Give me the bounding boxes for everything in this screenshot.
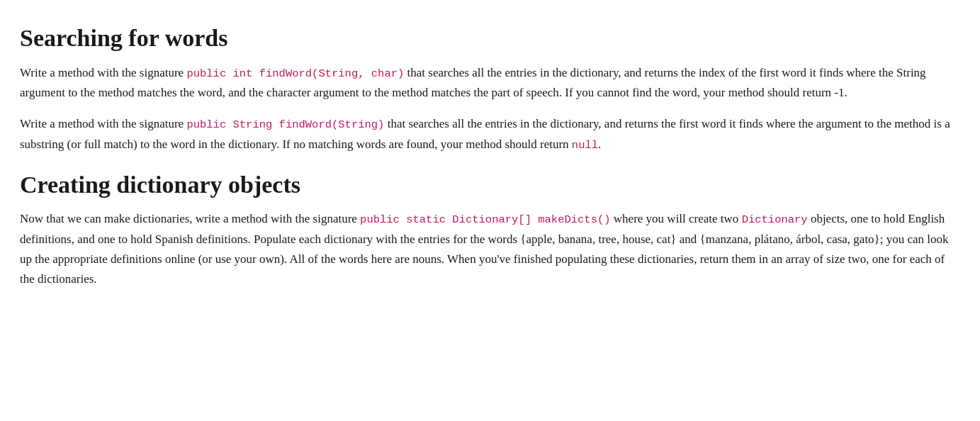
section-searching-heading: Searching for words bbox=[20, 24, 960, 53]
section-creating-heading: Creating dictionary objects bbox=[20, 171, 960, 200]
section-searching-paragraph2: Write a method with the signature public… bbox=[20, 114, 960, 155]
section-searching-paragraph1: Write a method with the signature public… bbox=[20, 63, 960, 103]
para3-code2: Dictionary bbox=[742, 213, 808, 226]
section-creating: Creating dictionary objects Now that we … bbox=[20, 171, 960, 290]
section-searching: Searching for words Write a method with … bbox=[20, 24, 960, 155]
section-creating-paragraph1: Now that we can make dictionaries, write… bbox=[20, 209, 960, 289]
para1-code1: public int findWord(String, char) bbox=[186, 67, 404, 80]
para3-code1: public static Dictionary[] makeDicts() bbox=[360, 213, 610, 226]
para3-text-after1: where you will create two bbox=[611, 212, 742, 225]
para2-code2: null bbox=[572, 139, 598, 152]
para2-text-after2: . bbox=[598, 137, 601, 151]
para3-text-before: Now that we can make dictionaries, write… bbox=[20, 212, 360, 225]
para2-text-before: Write a method with the signature bbox=[20, 117, 186, 130]
para2-code1: public String findWord(String) bbox=[186, 118, 384, 131]
para1-text-before: Write a method with the signature bbox=[20, 66, 186, 79]
